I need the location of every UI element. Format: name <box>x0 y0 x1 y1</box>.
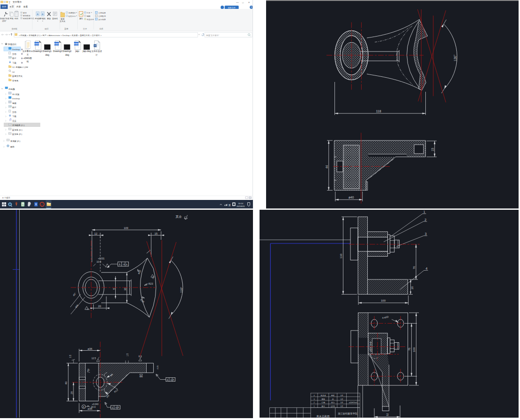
svg-text:轻松访问: 轻松访问 <box>68 15 76 17</box>
svg-text:8 个项目: 8 个项目 <box>2 197 10 199</box>
svg-text:文档: 文档 <box>12 53 16 55</box>
svg-text:音乐: 音乐 <box>12 120 16 122</box>
svg-text:学兔兔: 学兔兔 <box>12 80 19 82</box>
svg-text:本地磁盘 (C:): 本地磁盘 (C:) <box>12 124 25 126</box>
svg-text:□: □ <box>242 1 244 4</box>
svg-text:Desktop: Desktop <box>12 97 20 100</box>
svg-text:S: S <box>22 203 24 206</box>
svg-text:130°: 130° <box>180 287 183 293</box>
svg-text:夹具体: 夹具体 <box>320 394 326 397</box>
svg-text:文件: 文件 <box>2 5 7 8</box>
svg-text:Desktop: Desktop <box>12 48 20 51</box>
svg-text:计: 计 <box>95 54 98 56</box>
svg-text:45: 45 <box>332 398 334 400</box>
svg-text:全部取消: 全部取消 <box>98 15 106 17</box>
svg-text:R23: R23 <box>149 282 153 285</box>
svg-text:103: 103 <box>124 227 128 229</box>
svg-text:3: 3 <box>313 398 314 400</box>
svg-text:130°: 130° <box>453 54 457 61</box>
svg-text:44: 44 <box>325 165 328 169</box>
svg-text:此电脑: 此电脑 <box>9 88 15 90</box>
svg-text:.04: .04 <box>122 263 125 265</box>
svg-text:视频: 视频 <box>12 102 16 104</box>
svg-text:2: 2 <box>424 218 426 221</box>
svg-text:2: 2 <box>313 402 314 404</box>
svg-text:果果树 (F:): 果果树 (F:) <box>10 140 21 142</box>
svg-text:英: 英 <box>229 204 231 207</box>
svg-text:网络: 网络 <box>10 146 15 148</box>
svg-text:2.1: 2.1 <box>87 308 90 310</box>
svg-text:DWG: DWG <box>74 43 79 45</box>
svg-text:夹具总装图: 夹具总装图 <box>317 415 330 418</box>
svg-text:主页: 主页 <box>9 5 14 8</box>
svg-text:3: 3 <box>425 232 427 236</box>
svg-text:ø36: ø36 <box>88 347 92 350</box>
svg-text:4: 4 <box>313 395 314 397</box>
svg-text:螺母: 螺母 <box>321 398 325 400</box>
svg-text:1: 1 <box>313 405 314 407</box>
svg-text:ø20H7/m6: ø20H7/m6 <box>349 402 357 404</box>
svg-text:12.5: 12.5 <box>91 357 96 360</box>
svg-text:100: 100 <box>381 299 386 302</box>
svg-text:ø36: ø36 <box>88 407 92 410</box>
svg-text:浙江纺织服装学院: 浙江纺织服装学院 <box>338 412 357 415</box>
svg-text:新建项目: 新建项目 <box>68 12 76 14</box>
svg-text:+DWG图: +DWG图 <box>23 57 32 59</box>
svg-text:文件作业设: 文件作业设 <box>91 50 102 52</box>
svg-text:1.5: 1.5 <box>126 353 129 356</box>
svg-text:?: ? <box>251 7 252 9</box>
svg-text:纸: 纸 <box>27 60 29 63</box>
svg-text:Drawing1.: Drawing1. <box>43 50 52 52</box>
svg-text:6: 6 <box>112 288 115 290</box>
svg-text:下载: 下载 <box>12 115 16 118</box>
svg-text:3D 对象: 3D 对象 <box>12 93 20 96</box>
svg-text:共享: 共享 <box>16 5 21 8</box>
svg-text:历史记录: 历史记录 <box>87 18 94 21</box>
svg-text:1件: 1件 <box>341 398 343 400</box>
svg-text:其余: 其余 <box>175 215 182 219</box>
svg-text:粘贴快捷方式: 粘贴快捷方式 <box>23 17 34 20</box>
svg-text:ø40: ø40 <box>349 196 354 199</box>
svg-text:反向选择: 反向选择 <box>98 18 106 21</box>
svg-text:W: W <box>94 44 96 47</box>
svg-text:4: 4 <box>426 267 428 270</box>
svg-text:选择: 选择 <box>99 28 103 30</box>
svg-text:12: 12 <box>94 232 97 235</box>
svg-text:130: 130 <box>340 253 342 258</box>
svg-text:组织: 组织 <box>45 28 49 30</box>
svg-text:图片: 图片 <box>12 106 16 109</box>
svg-text:.04: .04 <box>115 406 118 409</box>
svg-text:dwg: dwg <box>45 54 50 56</box>
svg-text:20: 20 <box>98 305 101 308</box>
svg-text:+0.043: +0.043 <box>92 403 99 405</box>
svg-text:文件零件论: 文件零件论 <box>22 50 33 52</box>
svg-text:1件: 1件 <box>341 394 343 397</box>
svg-text:10:14: 10:14 <box>238 202 244 205</box>
svg-text:0.5: 0.5 <box>69 354 72 358</box>
svg-text:Drawing2.: Drawing2. <box>62 50 72 52</box>
svg-text:复制: 复制 <box>9 17 13 20</box>
svg-text:剪切: 剪切 <box>23 12 27 14</box>
svg-text:70: 70 <box>413 266 416 269</box>
svg-text:重命名: 重命名 <box>52 17 58 20</box>
svg-text:垫片: 垫片 <box>321 405 325 407</box>
svg-text:DWG: DWG <box>34 43 39 45</box>
svg-text:1: 1 <box>423 210 425 214</box>
svg-text:.04: .04 <box>170 379 172 381</box>
svg-text:15: 15 <box>155 232 157 235</box>
svg-text:新建文件夹: 新建文件夹 <box>12 75 23 77</box>
svg-text:75: 75 <box>408 347 411 351</box>
svg-text:新加卷 (F:): 新加卷 (F:) <box>12 133 22 135</box>
svg-text:40: 40 <box>65 382 67 384</box>
svg-text:1件: 1件 <box>341 401 343 404</box>
svg-text:Q235: Q235 <box>331 405 335 407</box>
svg-text:复制路径: 复制路径 <box>23 15 30 17</box>
svg-text:文: 文 <box>27 53 29 56</box>
svg-text:rar: rar <box>12 71 15 73</box>
svg-text:文件夹: 文件夹 <box>59 20 65 22</box>
svg-text:-0.25: -0.25 <box>156 365 159 370</box>
svg-text:×: × <box>248 1 250 4</box>
svg-text:文件零件: 文件零件 <box>13 0 22 3</box>
svg-text:118: 118 <box>376 110 381 113</box>
svg-text:属性: 属性 <box>79 17 83 20</box>
